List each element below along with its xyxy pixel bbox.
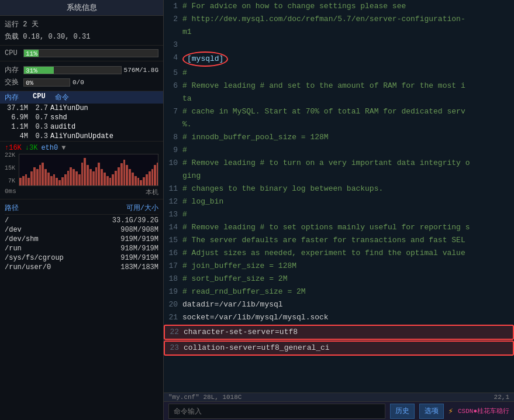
- history-button[interactable]: 历史: [390, 404, 415, 419]
- line-12-content: # log_bin: [182, 195, 514, 208]
- net-latency: 0ms: [5, 188, 16, 197]
- net-values-row: 0ms 本机: [5, 188, 158, 197]
- line-20-content: datadir=/var/lib/mysql: [182, 298, 514, 311]
- line-6b-content: ta: [182, 92, 514, 105]
- process-row: 6.9M 0.7 sshd: [0, 113, 163, 122]
- code-line: 5 #: [164, 67, 514, 80]
- line-7b-content: %.: [182, 118, 514, 131]
- disk-path-4: /sys/fs/cgroup: [5, 254, 64, 262]
- swap-progress-bar: 0%: [23, 78, 70, 87]
- process-row: 4M 0.3 AliYunDunUpdate: [0, 132, 163, 141]
- line-num-17: 17: [164, 260, 182, 273]
- disk-size-3: 918M/919M: [120, 245, 158, 253]
- line-num-15: 15: [164, 234, 182, 247]
- net-chart: [19, 154, 158, 186]
- disk-header: 路径 可用/大小: [5, 202, 158, 215]
- proc-cpu-2: 0.3: [30, 123, 48, 131]
- line-num-5: 5: [164, 67, 182, 80]
- proc-header-cpu[interactable]: CPU: [33, 92, 50, 102]
- proc-mem-0: 37.1M: [5, 104, 28, 112]
- command-input[interactable]: [168, 404, 385, 419]
- line-num-13: 13: [164, 208, 182, 221]
- bottom-bar: 历史 选项 ⚡ CSDN●桂花车稳行: [164, 401, 514, 420]
- code-line: 15 # The server defaults are faster for …: [164, 234, 514, 247]
- line-22-content: character-set-server=utf8: [184, 326, 513, 339]
- code-line: %.: [164, 118, 514, 131]
- disk-path-2: /dev/shm: [5, 235, 39, 243]
- net-upload: ↑16K: [5, 144, 22, 152]
- swap-value: 0/0: [73, 79, 84, 86]
- code-line: 1 # For advice on how to change settings…: [164, 0, 514, 13]
- proc-mem-1: 6.9M: [5, 113, 28, 122]
- memory-label: 内存: [5, 65, 21, 75]
- line-num-2: 2: [164, 13, 182, 26]
- line-19-content: # read_rnd_buffer_size = 2M: [182, 285, 514, 298]
- proc-name-1: sshd: [50, 113, 158, 122]
- net-download: ↓3K: [25, 144, 38, 152]
- code-area[interactable]: 1 # For advice on how to change settings…: [164, 0, 514, 393]
- line-10-content: # Remove leading # to turn on a very imp…: [182, 157, 514, 170]
- line-num-4: 4: [164, 51, 182, 64]
- process-table: 内存 CPU 命令 37.1M 2.7 AliYunDun 6.9M 0.7 s…: [0, 91, 163, 142]
- code-line: 18 # sort_buffer_size = 2M: [164, 273, 514, 285]
- line-2-content: # http://dev.mysql.com/doc/refman/5.7/en…: [182, 13, 514, 26]
- code-line: 2 # http://dev.mysql.com/doc/refman/5.7/…: [164, 13, 514, 26]
- code-line: 20 datadir=/var/lib/mysql: [164, 298, 514, 311]
- memory-value: 576M/1.8G: [124, 67, 158, 74]
- disk-path-5: /run/user/0: [5, 263, 51, 271]
- line-14-content: # Remove leading # to set options mainly…: [182, 221, 514, 234]
- net-host: 本机: [146, 188, 158, 197]
- code-line: 9 #: [164, 144, 514, 157]
- disk-row: /sys/fs/cgroup 919M/919M: [5, 253, 158, 263]
- process-header: 内存 CPU 命令: [0, 91, 163, 104]
- code-line: 21 socket=/var/lib/mysql/mysql.sock: [164, 311, 514, 324]
- line-num-14: 14: [164, 221, 182, 234]
- line-num-19: 19: [164, 285, 182, 298]
- disk-size-2: 919M/919M: [120, 235, 158, 243]
- code-line-23: 23 collation-server=utf8_general_ci: [164, 340, 514, 356]
- memory-section: 内存 31% 576M/1.8G 交换 0% 0/0: [0, 61, 163, 91]
- memory-progress-bar: 31%: [23, 66, 122, 74]
- line-num-6: 6: [164, 80, 182, 92]
- net-row: ↑16K ↓3K eth0 ▼: [5, 144, 158, 152]
- disk-path-1: /dev: [5, 226, 22, 234]
- line-num-16: 16: [164, 247, 182, 260]
- code-line: m1: [164, 26, 514, 39]
- code-line: 10 # Remove leading # to turn on a very …: [164, 157, 514, 170]
- proc-header-cmd[interactable]: 命令: [55, 92, 69, 102]
- editor-cursor-pos: 22,1: [494, 394, 509, 401]
- swap-label: 交换: [5, 77, 21, 87]
- proc-cpu-1: 0.7: [30, 113, 48, 122]
- proc-mem-3: 4M: [5, 132, 28, 140]
- disk-size-0: 33.1G/39.2G: [112, 216, 158, 225]
- line-num-22: 22: [165, 326, 184, 339]
- line-1-content: # For advice on how to change settings p…: [182, 0, 514, 13]
- code-content: 1 # For advice on how to change settings…: [164, 0, 514, 356]
- code-line: 6 # Remove leading # and set to the amou…: [164, 80, 514, 92]
- code-line: 14 # Remove leading # to set options mai…: [164, 221, 514, 234]
- line-num-1: 1: [164, 0, 182, 13]
- net-dropdown-icon[interactable]: ▼: [61, 144, 65, 152]
- line-23-content: collation-server=utf8_general_ci: [184, 342, 513, 354]
- editor-status-bar: "my.cnf" 28L, 1018C 22,1: [164, 393, 514, 401]
- line-10b-content: ging: [182, 170, 514, 183]
- line-num-12: 12: [164, 195, 182, 208]
- code-line-22: 22 character-set-server=utf8: [164, 325, 514, 340]
- network-section: ↑16K ↓3K eth0 ▼ 22K 15K 7K 0ms 本机: [0, 142, 163, 199]
- proc-header-mem[interactable]: 内存: [5, 92, 28, 102]
- left-panel: 系统信息 运行 2 天 负载 0.18, 0.30, 0.31 CPU 11% …: [0, 0, 164, 420]
- line-21-content: socket=/var/lib/mysql/mysql.sock: [182, 311, 514, 324]
- code-line: 7 # cache in MySQL. Start at 70% of tota…: [164, 105, 514, 118]
- code-line: 3: [164, 39, 514, 51]
- line-num-23: 23: [165, 342, 184, 354]
- net-interface[interactable]: eth0: [41, 144, 58, 152]
- process-row: 37.1M 2.7 AliYunDun: [0, 104, 163, 113]
- line-13-content: #: [182, 208, 514, 221]
- line-2b-content: m1: [182, 26, 514, 39]
- code-line: ging: [164, 170, 514, 183]
- proc-cpu-3: 0.3: [30, 132, 48, 140]
- proc-mem-2: 1.1M: [5, 123, 28, 131]
- options-button[interactable]: 选项: [419, 404, 444, 419]
- cpu-percent: 11%: [26, 50, 37, 57]
- disk-row: /dev/shm 919M/919M: [5, 235, 158, 244]
